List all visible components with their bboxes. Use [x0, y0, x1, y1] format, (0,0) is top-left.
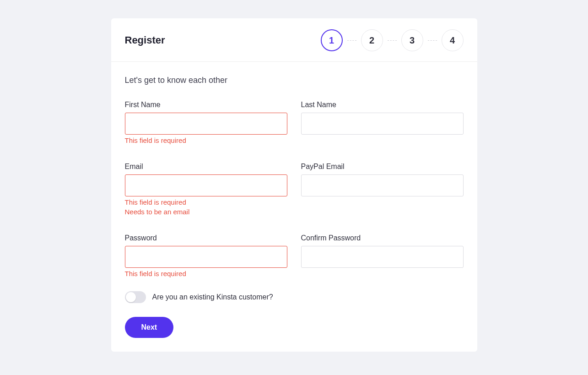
first-name-field: First Name This field is required: [125, 101, 287, 144]
step-separator: [388, 40, 397, 41]
step-separator: [428, 40, 437, 41]
email-label: Email: [125, 163, 287, 171]
last-name-label: Last Name: [301, 101, 464, 109]
paypal-email-field: PayPal Email: [301, 163, 464, 216]
step-2[interactable]: 2: [361, 29, 383, 51]
confirm-password-label: Confirm Password: [301, 234, 464, 242]
password-error: This field is required: [125, 270, 287, 277]
existing-customer-label: Are you an existing Kinsta customer?: [152, 293, 273, 301]
confirm-password-input[interactable]: [301, 246, 464, 268]
last-name-field: Last Name: [301, 101, 464, 144]
card-body: Let's get to know each other First Name …: [111, 62, 477, 352]
step-4[interactable]: 4: [442, 29, 464, 51]
email-input[interactable]: [125, 174, 287, 196]
form-grid: First Name This field is required Last N…: [125, 101, 464, 277]
toggle-knob: [126, 292, 136, 302]
subtitle: Let's get to know each other: [125, 76, 464, 85]
card-header: Register 1 2 3 4: [111, 18, 477, 62]
password-input[interactable]: [125, 246, 287, 268]
password-label: Password: [125, 234, 287, 242]
register-card: Register 1 2 3 4 Let's get to know each …: [111, 18, 477, 352]
existing-customer-row: Are you an existing Kinsta customer?: [125, 291, 464, 303]
first-name-input[interactable]: [125, 113, 287, 135]
step-1[interactable]: 1: [321, 29, 343, 51]
first-name-label: First Name: [125, 101, 287, 109]
password-field: Password This field is required: [125, 234, 287, 277]
last-name-input[interactable]: [301, 113, 464, 135]
paypal-email-input[interactable]: [301, 174, 464, 196]
email-error-2: Needs to be an email: [125, 208, 287, 216]
step-3[interactable]: 3: [401, 29, 423, 51]
step-indicator: 1 2 3 4: [321, 29, 464, 51]
page-title: Register: [125, 34, 165, 46]
paypal-email-label: PayPal Email: [301, 163, 464, 171]
existing-customer-toggle[interactable]: [125, 291, 146, 303]
email-field: Email This field is required Needs to be…: [125, 163, 287, 216]
email-error-1: This field is required: [125, 198, 287, 206]
step-separator: [347, 40, 356, 41]
first-name-error: This field is required: [125, 136, 287, 144]
next-button[interactable]: Next: [125, 317, 174, 338]
confirm-password-field: Confirm Password: [301, 234, 464, 277]
